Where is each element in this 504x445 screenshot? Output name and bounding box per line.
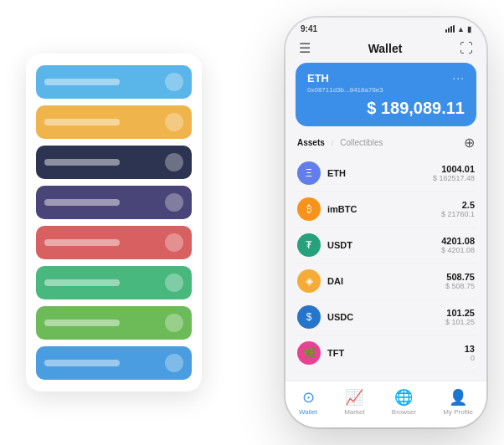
asset-name-eth: ETH — [327, 168, 346, 178]
nav-label-3: My Profile — [443, 408, 473, 416]
add-asset-button[interactable]: ⊕ — [464, 135, 475, 151]
asset-right-4: 101.25$ 101.25 — [445, 308, 475, 326]
card-item-6[interactable] — [36, 306, 192, 340]
card-icon-3 — [165, 193, 183, 212]
card-item-4[interactable] — [36, 226, 192, 259]
card-label-0 — [44, 79, 120, 85]
expand-icon[interactable]: ⛶ — [460, 41, 473, 56]
card-icon-2 — [165, 153, 183, 171]
bottom-nav: ⊙Wallet📈Market🌐Browser👤My Profile — [285, 381, 486, 427]
card-item-2[interactable] — [36, 146, 192, 179]
eth-card-name: ETH — [307, 72, 329, 84]
menu-icon[interactable]: ☰ — [299, 40, 311, 56]
nav-icon-1: 📈 — [345, 388, 363, 407]
card-item-1[interactable] — [36, 105, 192, 139]
battery-icon: ▮ — [467, 25, 471, 33]
nav-label-2: Browser — [392, 408, 416, 416]
asset-left-4: $USDC — [297, 305, 353, 329]
card-item-0[interactable] — [36, 65, 192, 99]
card-item-7[interactable] — [36, 346, 192, 380]
asset-name-usdt: USDT — [327, 240, 352, 250]
card-icon-6 — [165, 314, 183, 332]
card-label-2 — [44, 159, 120, 166]
eth-card-header: ETH ··· — [307, 71, 465, 84]
asset-amount-usdt: 4201.08 — [441, 236, 475, 246]
asset-name-tft: TFT — [327, 348, 344, 358]
asset-usd-imbtc: $ 21760.1 — [441, 210, 475, 218]
asset-right-1: 2.5$ 21760.1 — [441, 200, 475, 218]
asset-row-eth[interactable]: ΞETH1004.01$ 162517.48 — [296, 156, 476, 192]
eth-card-balance: $ 189,089.11 — [307, 99, 465, 118]
tab-collectibles[interactable]: Collectibles — [340, 138, 383, 147]
asset-icon-tft: 🌿 — [297, 341, 321, 365]
assets-header: Assets / Collectibles ⊕ — [296, 135, 476, 151]
asset-name-imbtc: imBTC — [327, 204, 357, 214]
asset-row-dai[interactable]: ◈DAI508.75$ 508.75 — [296, 263, 476, 299]
asset-right-0: 1004.01$ 162517.48 — [433, 164, 475, 182]
tab-assets[interactable]: Assets — [297, 138, 325, 147]
asset-amount-imbtc: 2.5 — [441, 200, 475, 210]
asset-usd-dai: $ 508.75 — [445, 282, 475, 290]
tab-divider: / — [332, 139, 334, 147]
asset-usd-tft: 0 — [465, 354, 475, 362]
asset-name-dai: DAI — [327, 276, 343, 286]
asset-left-5: 🌿TFT — [297, 341, 344, 365]
asset-amount-dai: 508.75 — [445, 272, 475, 282]
nav-icon-3: 👤 — [449, 388, 467, 407]
card-icon-0 — [165, 73, 183, 91]
nav-icon-0: ⊙ — [302, 388, 315, 407]
asset-right-3: 508.75$ 508.75 — [445, 272, 475, 290]
asset-icon-usdt: ₮ — [297, 233, 321, 257]
card-label-3 — [44, 199, 120, 206]
nav-label-0: Wallet — [299, 408, 317, 416]
asset-left-1: ₿imBTC — [297, 197, 357, 221]
asset-amount-tft: 13 — [465, 344, 475, 354]
assets-tabs: Assets / Collectibles — [297, 138, 383, 147]
asset-amount-eth: 1004.01 — [433, 164, 475, 174]
nav-item-my-profile[interactable]: 👤My Profile — [443, 388, 473, 416]
asset-list: ΞETH1004.01$ 162517.48₿imBTC2.5$ 21760.1… — [296, 156, 476, 371]
card-item-3[interactable] — [36, 186, 192, 219]
asset-amount-usdc: 101.25 — [445, 308, 475, 318]
status-bar: 9:41 ▲ ▮ — [285, 18, 486, 37]
scene: 9:41 ▲ ▮ ☰ Wallet ⛶ ETH — [9, 9, 495, 436]
phone-header: ☰ Wallet ⛶ — [285, 37, 486, 63]
asset-row-usdt[interactable]: ₮USDT4201.08$ 4201.08 — [296, 228, 476, 263]
asset-left-3: ◈DAI — [297, 269, 343, 293]
asset-row-imbtc[interactable]: ₿imBTC2.5$ 21760.1 — [296, 192, 476, 228]
card-label-5 — [44, 279, 120, 286]
signal-icon — [445, 25, 455, 33]
asset-name-usdc: USDC — [327, 312, 353, 322]
card-icon-1 — [165, 113, 183, 131]
asset-usd-usdc: $ 101.25 — [445, 318, 475, 326]
asset-right-2: 4201.08$ 4201.08 — [441, 236, 475, 254]
eth-card[interactable]: ETH ··· 0x08711d3b...8418a78e3 $ 189,089… — [296, 63, 476, 126]
asset-left-2: ₮USDT — [297, 233, 352, 257]
card-label-4 — [44, 239, 120, 246]
card-label-6 — [44, 320, 120, 326]
phone-frame: 9:41 ▲ ▮ ☰ Wallet ⛶ ETH — [285, 18, 486, 427]
card-label-1 — [44, 119, 120, 125]
card-item-5[interactable] — [36, 266, 192, 299]
nav-icon-2: 🌐 — [394, 388, 413, 407]
asset-row-usdc[interactable]: $USDC101.25$ 101.25 — [296, 299, 476, 335]
phone-content: ETH ··· 0x08711d3b...8418a78e3 $ 189,089… — [285, 63, 486, 381]
eth-card-menu[interactable]: ··· — [452, 71, 465, 84]
nav-item-wallet[interactable]: ⊙Wallet — [299, 388, 317, 416]
page-title: Wallet — [368, 42, 403, 55]
asset-usd-usdt: $ 4201.08 — [441, 246, 475, 254]
asset-usd-eth: $ 162517.48 — [433, 174, 475, 182]
asset-row-tft[interactable]: 🌿TFT130 — [296, 335, 476, 371]
asset-icon-dai: ◈ — [297, 269, 321, 293]
card-list — [26, 54, 202, 391]
wifi-icon: ▲ — [457, 25, 465, 33]
nav-item-market[interactable]: 📈Market — [344, 388, 364, 416]
nav-item-browser[interactable]: 🌐Browser — [392, 388, 416, 416]
asset-icon-imbtc: ₿ — [297, 197, 321, 221]
card-icon-5 — [165, 274, 183, 292]
status-icons: ▲ ▮ — [445, 25, 471, 33]
asset-icon-usdc: $ — [297, 305, 321, 329]
card-icon-7 — [165, 354, 183, 372]
asset-left-0: ΞETH — [297, 161, 346, 185]
card-icon-4 — [165, 233, 183, 252]
